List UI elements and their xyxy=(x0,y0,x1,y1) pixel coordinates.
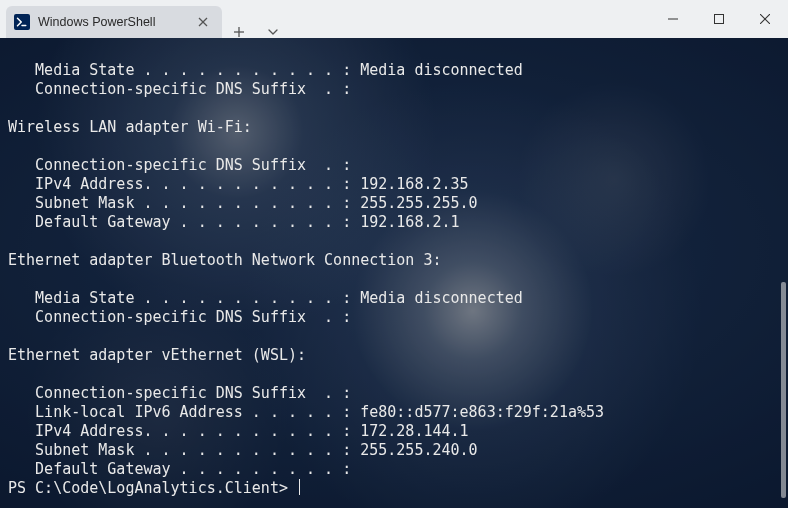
close-button[interactable] xyxy=(742,0,788,38)
tab-powershell[interactable]: Windows PowerShell xyxy=(6,6,222,38)
new-tab-button[interactable] xyxy=(222,26,256,38)
chevron-down-icon xyxy=(267,26,279,38)
terminal-output[interactable]: Media State . . . . . . . . . . . : Medi… xyxy=(0,38,788,508)
window: Windows PowerShell xyxy=(0,0,788,508)
powershell-icon xyxy=(14,14,30,30)
scrollbar-thumb[interactable] xyxy=(781,282,786,498)
tab-close-button[interactable] xyxy=(192,11,214,33)
cursor xyxy=(299,479,300,495)
terminal-area[interactable]: Media State . . . . . . . . . . . : Medi… xyxy=(0,38,788,508)
tab-title: Windows PowerShell xyxy=(38,15,186,29)
svg-rect-6 xyxy=(715,15,724,24)
prompt[interactable]: PS C:\Code\LogAnalytics.Client> xyxy=(8,479,297,497)
maximize-button[interactable] xyxy=(696,0,742,38)
window-controls xyxy=(650,0,788,38)
minimize-button[interactable] xyxy=(650,0,696,38)
titlebar[interactable]: Windows PowerShell xyxy=(0,0,788,38)
tab-strip: Windows PowerShell xyxy=(0,0,290,38)
tab-dropdown-button[interactable] xyxy=(256,26,290,38)
